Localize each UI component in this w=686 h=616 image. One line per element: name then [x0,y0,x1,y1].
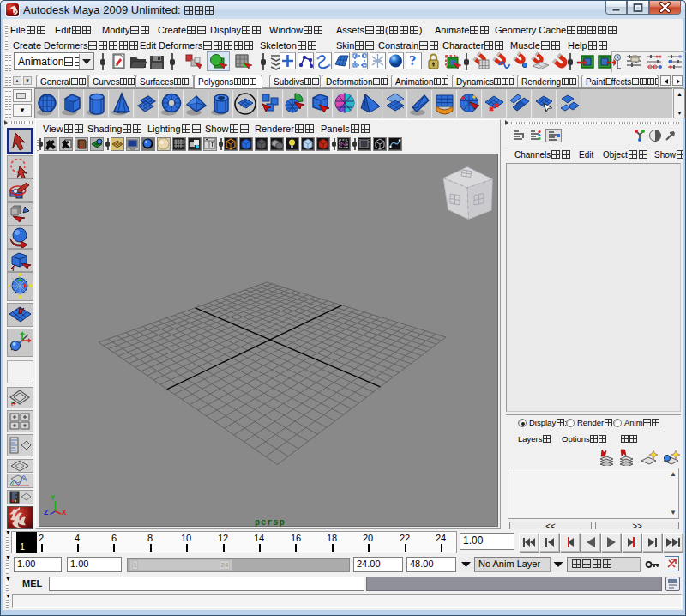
svg-text:?: ? [409,52,417,69]
svg-text:X: X [62,509,67,517]
svg-text:persp: persp [255,518,286,528]
svg-text:Z: Z [44,509,48,517]
